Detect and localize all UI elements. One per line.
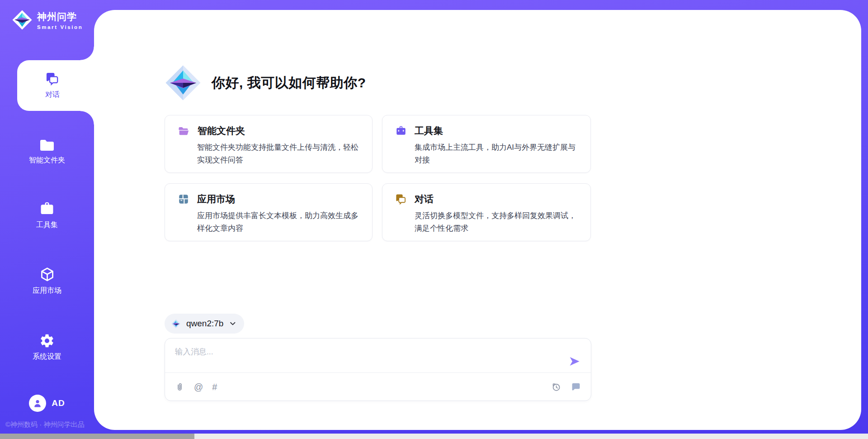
history-button[interactable] xyxy=(551,382,561,392)
sidebar-item-toolset[interactable]: 工具集 xyxy=(0,200,94,230)
card-app-market[interactable]: 应用市场 应用市场提供丰富长文本模板，助力高效生成多样化文章内容 xyxy=(165,183,373,241)
card-chat[interactable]: 对话 灵活切换多模型文件，支持多样回复效果调试，满足个性化需求 xyxy=(382,183,591,241)
apps-grid-icon xyxy=(178,193,189,205)
chevron-down-icon xyxy=(229,320,237,328)
message-input[interactable] xyxy=(175,346,559,372)
conversations-button[interactable] xyxy=(571,382,581,392)
card-description: 智能文件夹功能支持批量文件上传与清洗，轻松实现文件问答 xyxy=(197,141,360,167)
sidebar-footer-text: ©神州数码 · 神州问学出品 xyxy=(5,420,84,429)
chat-bubbles-icon xyxy=(45,72,60,86)
horizontal-scrollbar xyxy=(0,434,868,439)
card-toolset[interactable]: 工具集 集成市场上主流工具，助力AI与外界无缝扩展与对接 xyxy=(382,115,591,173)
model-name: qwen2:7b xyxy=(186,319,223,329)
card-description: 集成市场上主流工具，助力AI与外界无缝扩展与对接 xyxy=(415,141,577,167)
brand-diamond-icon xyxy=(12,10,33,30)
sidebar-item-label: 工具集 xyxy=(36,220,58,230)
toolbox-icon xyxy=(395,125,407,137)
paperclip-icon xyxy=(175,382,185,392)
app-screen: 神州问学 Smart Vision 对话 智能文件夹 工具集 应用市场 系统设置… xyxy=(0,0,868,439)
history-icon xyxy=(551,382,561,392)
avatar xyxy=(29,395,46,412)
greeting-title: 你好, 我可以如何帮助你? xyxy=(212,74,366,92)
card-title: 对话 xyxy=(415,193,434,205)
folder-icon xyxy=(39,138,55,152)
chat-bubble-filled-icon xyxy=(571,382,581,392)
folder-open-icon xyxy=(178,126,190,136)
toolbox-icon xyxy=(39,200,55,217)
card-title: 工具集 xyxy=(415,124,443,137)
sidebar-item-settings[interactable]: 系统设置 xyxy=(0,333,94,362)
message-composer: @ # xyxy=(165,338,591,401)
model-selector[interactable]: qwen2:7b xyxy=(165,314,244,334)
greeting-diamond-icon xyxy=(165,64,202,101)
brand-name: 神州问学 xyxy=(37,10,83,23)
composer-tools-right xyxy=(551,382,581,392)
attachment-button[interactable] xyxy=(175,382,185,392)
chat-bubbles-icon xyxy=(395,193,407,205)
card-description: 应用市场提供丰富长文本模板，助力高效生成多样化文章内容 xyxy=(197,210,360,235)
mention-button[interactable]: @ xyxy=(194,382,203,391)
person-icon xyxy=(32,398,43,409)
card-title: 智能文件夹 xyxy=(198,124,245,137)
card-title: 应用市场 xyxy=(197,193,235,205)
cube-icon xyxy=(39,267,55,282)
sidebar-item-chat[interactable]: 对话 xyxy=(17,60,94,111)
composer-tools-left: @ # xyxy=(175,382,217,392)
send-button[interactable] xyxy=(568,355,580,367)
card-smart-folder[interactable]: 智能文件夹 智能文件夹功能支持批量文件上传与清洗，轻松实现文件问答 xyxy=(165,115,373,173)
card-description: 灵活切换多模型文件，支持多样回复效果调试，满足个性化需求 xyxy=(415,210,577,235)
sidebar-item-label: 对话 xyxy=(45,90,60,100)
sidebar-item-app-market[interactable]: 应用市场 xyxy=(0,267,94,296)
gear-icon xyxy=(39,333,55,348)
sidebar-item-label: 应用市场 xyxy=(33,286,61,296)
brand-subtitle: Smart Vision xyxy=(37,24,83,30)
hashtag-button[interactable]: # xyxy=(212,382,217,391)
sidebar-item-label: 智能文件夹 xyxy=(29,156,65,165)
user-name: AD xyxy=(52,398,65,408)
model-diamond-icon xyxy=(171,319,181,329)
feature-cards: 智能文件夹 智能文件夹功能支持批量文件上传与清洗，轻松实现文件问答 工具集 集成… xyxy=(165,115,591,241)
sidebar-item-smart-folder[interactable]: 智能文件夹 xyxy=(0,138,94,165)
brand-logo: 神州问学 Smart Vision xyxy=(12,10,83,30)
horizontal-scrollbar-thumb[interactable] xyxy=(0,434,194,439)
sidebar-item-label: 系统设置 xyxy=(33,352,61,362)
user-account[interactable]: AD xyxy=(0,395,94,412)
greeting-block: 你好, 我可以如何帮助你? xyxy=(165,64,366,101)
composer-toolbar: @ # xyxy=(165,372,591,401)
